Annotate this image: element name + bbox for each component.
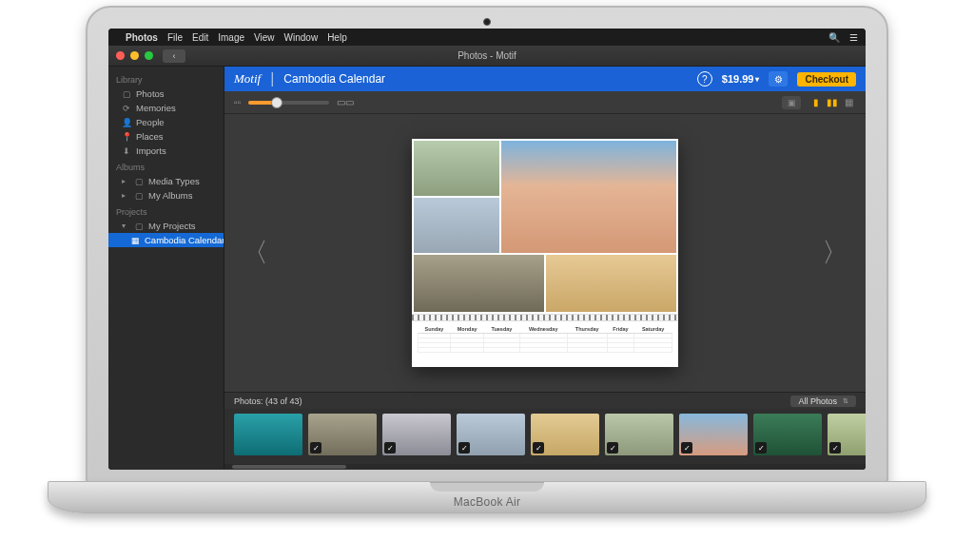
disclosure-icon[interactable]: ▸	[122, 177, 129, 185]
imports-icon: ⬇	[122, 146, 131, 156]
laptop-brand: MacBook Air	[454, 495, 521, 509]
menubar-item-file[interactable]: File	[167, 32, 183, 43]
main-area: Motif | Cambodia Calendar ? $19.99▾ ⚙ Ch…	[224, 67, 866, 470]
collage-photo[interactable]	[501, 141, 676, 253]
tray-scrollbar[interactable]	[224, 464, 866, 470]
tray-thumbnail[interactable]: ✓	[531, 414, 599, 455]
slider-thumb[interactable]	[271, 97, 282, 108]
photo-collage	[412, 139, 678, 255]
tray-thumbnail[interactable]: ✓	[382, 414, 451, 455]
maximize-button[interactable]	[145, 51, 153, 60]
minimize-button[interactable]	[130, 51, 139, 60]
collage-photo[interactable]	[414, 198, 499, 253]
day-header: Sunday	[419, 325, 451, 334]
close-button[interactable]	[116, 51, 125, 60]
traffic-lights	[116, 51, 153, 60]
separator: |	[270, 70, 274, 87]
sidebar-item-photos[interactable]: ▢Photos	[108, 87, 224, 101]
sidebar-heading-projects: Projects	[108, 203, 224, 219]
app-window: ‹ Photos - Motif Library ▢Photos ⟳Memori…	[108, 46, 866, 470]
zoom-single-icon[interactable]: ▫▫	[234, 97, 241, 107]
day-header: Tuesday	[484, 325, 519, 334]
menubar-item-view[interactable]: View	[254, 32, 275, 43]
motif-header: Motif | Cambodia Calendar ? $19.99▾ ⚙ Ch…	[224, 67, 866, 91]
menubar-app[interactable]: Photos	[126, 32, 158, 43]
disclosure-icon[interactable]: ▾	[122, 222, 129, 230]
check-icon: ✓	[681, 442, 692, 454]
calendar-page[interactable]: Sunday Monday Tuesday Wednesday Thursday…	[412, 139, 678, 367]
macos-menubar: Photos File Edit Image View Window Help …	[108, 29, 866, 46]
tray-thumbnail[interactable]: ✓	[457, 414, 525, 455]
day-header: Saturday	[634, 325, 672, 334]
back-button[interactable]: ‹	[163, 49, 185, 63]
tray-thumbnail[interactable]: ✓	[308, 414, 377, 455]
view-mode-single[interactable]: ▮	[808, 96, 824, 109]
photos-icon: ▢	[122, 89, 131, 99]
people-icon: 👤	[122, 118, 131, 127]
price-dropdown[interactable]: $19.99▾	[722, 73, 760, 85]
menubar-item-edit[interactable]: Edit	[192, 32, 208, 43]
camera-dot	[483, 18, 491, 26]
laptop-frame: Photos File Edit Image View Window Help …	[86, 0, 888, 532]
menubar-item-image[interactable]: Image	[218, 32, 244, 43]
day-header: Friday	[607, 325, 634, 334]
sidebar-item-places[interactable]: 📍Places	[108, 129, 224, 144]
zoom-slider[interactable]	[248, 101, 329, 105]
zoom-spread-icon[interactable]: ▭▭	[337, 97, 354, 107]
check-icon: ✓	[458, 442, 470, 454]
check-icon: ✓	[607, 442, 618, 454]
view-mode-double[interactable]: ▮▮	[825, 96, 840, 109]
motif-logo: Motif	[234, 71, 261, 87]
tray-thumbnail[interactable]: ✓	[679, 414, 748, 455]
check-icon: ✓	[310, 442, 321, 454]
hinge-notch	[430, 482, 544, 492]
folder-icon: ▢	[134, 222, 144, 231]
check-icon: ✓	[755, 442, 767, 454]
sidebar-item-media-types[interactable]: ▸▢Media Types	[108, 174, 224, 188]
chevron-down-icon: ▾	[755, 75, 759, 84]
view-toolbar: ▫▫ ▭▭ ▣ ▮ ▮▮ ▦	[224, 91, 866, 114]
collage-photo[interactable]	[414, 255, 544, 312]
tray-count: (43 of 43)	[265, 396, 302, 406]
tray-thumbnail[interactable]: ✓	[605, 414, 673, 455]
settings-button[interactable]: ⚙	[769, 71, 788, 87]
day-header: Monday	[450, 325, 483, 334]
menubar-item-window[interactable]: Window	[284, 32, 319, 43]
menubar-item-help[interactable]: Help	[327, 32, 347, 43]
collage-photo[interactable]	[414, 141, 499, 196]
photo-panel-toggle[interactable]: ▣	[782, 96, 801, 109]
sidebar-item-people[interactable]: 👤People	[108, 115, 224, 129]
view-mode-grid[interactable]: ▦	[841, 96, 856, 109]
sidebar-heading-albums: Albums	[108, 158, 224, 174]
prev-page-button[interactable]: 〈	[232, 225, 278, 280]
folder-icon: ▢	[134, 177, 144, 186]
sidebar-item-imports[interactable]: ⬇Imports	[108, 144, 224, 158]
tray-thumbnail[interactable]: ✓	[828, 414, 866, 455]
window-title: Photos - Motif	[458, 50, 516, 61]
sidebar-item-cambodia-calendar[interactable]: ▦Cambodia Calendar	[108, 233, 224, 247]
tray-thumbnail[interactable]	[234, 414, 302, 455]
sidebar-item-my-projects[interactable]: ▾▢My Projects	[108, 219, 224, 233]
check-icon: ✓	[829, 442, 841, 454]
collage-photo[interactable]	[546, 255, 676, 312]
project-title: Cambodia Calendar	[283, 72, 385, 86]
checkout-button[interactable]: Checkout	[797, 72, 856, 87]
tray-filter-dropdown[interactable]: All Photos ⇅	[790, 396, 856, 407]
sidebar-item-my-albums[interactable]: ▸▢My Albums	[108, 188, 224, 203]
view-mode-segment: ▮ ▮▮ ▦	[808, 96, 856, 109]
disclosure-icon[interactable]: ▸	[122, 191, 129, 200]
photo-tray-header: Photos: (43 of 43) All Photos ⇅	[224, 392, 866, 409]
day-header: Thursday	[567, 325, 607, 334]
list-icon[interactable]: ☰	[849, 32, 858, 43]
check-icon: ✓	[533, 442, 544, 454]
next-page-button[interactable]: 〉	[812, 225, 858, 280]
places-icon: 📍	[122, 132, 131, 142]
help-button[interactable]: ?	[697, 71, 712, 87]
photo-tray[interactable]: ✓ ✓ ✓ ✓ ✓ ✓ ✓ ✓	[224, 409, 866, 464]
scrollbar-thumb[interactable]	[232, 465, 346, 469]
laptop-deck: MacBook Air	[48, 481, 926, 513]
tray-label: Photos:	[234, 396, 263, 406]
search-icon[interactable]: 🔍	[828, 32, 840, 43]
tray-thumbnail[interactable]: ✓	[753, 414, 822, 455]
sidebar-item-memories[interactable]: ⟳Memories	[108, 101, 224, 115]
